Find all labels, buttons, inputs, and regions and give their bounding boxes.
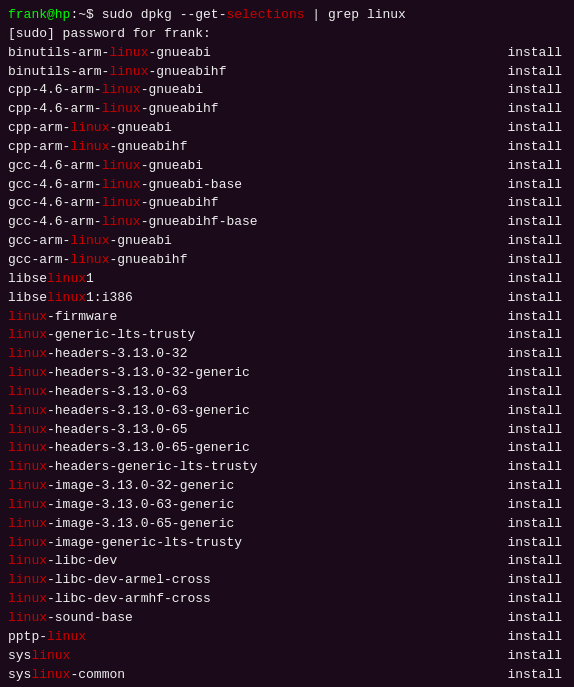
package-name: gcc-4.6-arm-linux-gnueabihf-base <box>8 213 258 232</box>
package-name: cpp-4.6-arm-linux-gnueabi <box>8 81 203 100</box>
package-name: linux-headers-3.13.0-65-generic <box>8 439 250 458</box>
install-status: install <box>507 496 566 515</box>
package-name: gcc-4.6-arm-linux-gnueabihf <box>8 194 219 213</box>
package-name: linux-headers-generic-lts-trusty <box>8 458 258 477</box>
install-status: install <box>507 100 566 119</box>
install-status: install <box>507 194 566 213</box>
table-row: linux-headers-3.13.0-32-genericinstall <box>8 364 566 383</box>
linux-highlight: linux <box>8 591 47 606</box>
install-status: install <box>507 326 566 345</box>
package-name: linux-libc-dev-armel-cross <box>8 571 211 590</box>
package-name: linux-firmware <box>8 308 117 327</box>
install-status: install <box>507 666 566 685</box>
prompt-line: frank@hp:~$ sudo dpkg --get-selections |… <box>8 6 566 25</box>
linux-highlight: linux <box>109 64 148 79</box>
table-row: cpp-4.6-arm-linux-gnueabihfinstall <box>8 100 566 119</box>
package-name: libselinux1:i386 <box>8 289 133 308</box>
package-name: libselinux1 <box>8 270 94 289</box>
linux-highlight: linux <box>47 629 86 644</box>
package-name: linux-headers-3.13.0-63-generic <box>8 402 250 421</box>
package-name: linux-generic-lts-trusty <box>8 326 195 345</box>
table-row: binutils-arm-linux-gnueabihfinstall <box>8 63 566 82</box>
install-status: install <box>507 458 566 477</box>
install-status: install <box>507 590 566 609</box>
linux-highlight: linux <box>8 610 47 625</box>
package-name: cpp-4.6-arm-linux-gnueabihf <box>8 100 219 119</box>
table-row: cpp-arm-linux-gnueabihfinstall <box>8 138 566 157</box>
package-name: syslinux <box>8 647 70 666</box>
linux-highlight: linux <box>8 365 47 380</box>
install-status: install <box>507 138 566 157</box>
table-row: cpp-4.6-arm-linux-gnueabiinstall <box>8 81 566 100</box>
table-row: gcc-arm-linux-gnueabihfinstall <box>8 251 566 270</box>
package-name: binutils-arm-linux-gnueabi <box>8 44 211 63</box>
package-name: binutils-arm-linux-gnueabihf <box>8 63 226 82</box>
package-name: linux-image-generic-lts-trusty <box>8 534 242 553</box>
linux-highlight: linux <box>8 497 47 512</box>
linux-highlight: linux <box>70 233 109 248</box>
table-row: linux-libc-dev-armel-crossinstall <box>8 571 566 590</box>
table-row: binutils-arm-linux-gnueabiinstall <box>8 44 566 63</box>
table-row: linux-generic-lts-trustyinstall <box>8 326 566 345</box>
linux-highlight: linux <box>8 422 47 437</box>
install-status: install <box>507 213 566 232</box>
package-name: linux-headers-3.13.0-63 <box>8 383 187 402</box>
install-status: install <box>507 157 566 176</box>
package-name: linux-sound-base <box>8 609 133 628</box>
install-status: install <box>507 44 566 63</box>
linux-highlight: linux <box>8 440 47 455</box>
prompt-user: frank@hp <box>8 6 70 25</box>
linux-highlight: linux <box>102 82 141 97</box>
table-row: linux-image-generic-lts-trustyinstall <box>8 534 566 553</box>
table-row: gcc-4.6-arm-linux-gnueabiinstall <box>8 157 566 176</box>
install-status: install <box>507 176 566 195</box>
table-row: syslinuxinstall <box>8 647 566 666</box>
install-status: install <box>507 534 566 553</box>
package-name: linux-headers-3.13.0-32 <box>8 345 187 364</box>
install-status: install <box>507 81 566 100</box>
linux-highlight: linux <box>102 101 141 116</box>
package-name: linux-libc-dev-armhf-cross <box>8 590 211 609</box>
table-row: gcc-4.6-arm-linux-gnueabihfinstall <box>8 194 566 213</box>
table-row: linux-libc-dev-armhf-crossinstall <box>8 590 566 609</box>
linux-highlight: linux <box>8 403 47 418</box>
install-status: install <box>507 477 566 496</box>
install-status: install <box>507 119 566 138</box>
linux-highlight: linux <box>70 120 109 135</box>
table-row: linux-headers-3.13.0-65-genericinstall <box>8 439 566 458</box>
install-status: install <box>507 552 566 571</box>
sudo-password-prompt: [sudo] password for frank: <box>8 25 211 44</box>
package-name: linux-headers-3.13.0-32-generic <box>8 364 250 383</box>
table-row: linux-image-3.13.0-65-genericinstall <box>8 515 566 534</box>
package-name: linux-libc-dev <box>8 552 117 571</box>
linux-highlight: linux <box>8 384 47 399</box>
install-status: install <box>507 251 566 270</box>
table-row: linux-sound-baseinstall <box>8 609 566 628</box>
sudo-line: [sudo] password for frank: <box>8 25 566 44</box>
linux-highlight: linux <box>109 45 148 60</box>
install-status: install <box>507 364 566 383</box>
package-name: linux-image-3.13.0-63-generic <box>8 496 234 515</box>
table-row: linux-headers-3.13.0-63-genericinstall <box>8 402 566 421</box>
linux-highlight: linux <box>8 327 47 342</box>
output-lines: binutils-arm-linux-gnueabiinstallbinutil… <box>8 44 566 687</box>
linux-highlight: linux <box>70 139 109 154</box>
install-status: install <box>507 402 566 421</box>
terminal-window: frank@hp:~$ sudo dpkg --get-selections |… <box>8 6 566 687</box>
table-row: libselinux1install <box>8 270 566 289</box>
install-status: install <box>507 647 566 666</box>
linux-highlight: linux <box>102 214 141 229</box>
install-status: install <box>507 63 566 82</box>
install-status: install <box>507 232 566 251</box>
install-status: install <box>507 571 566 590</box>
table-row: linux-image-3.13.0-32-genericinstall <box>8 477 566 496</box>
linux-highlight: linux <box>8 459 47 474</box>
table-row: linux-headers-3.13.0-65install <box>8 421 566 440</box>
command-text: sudo dpkg --get-selections | grep linux <box>102 6 406 25</box>
linux-highlight: linux <box>102 195 141 210</box>
install-status: install <box>507 308 566 327</box>
linux-highlight: linux <box>70 252 109 267</box>
table-row: gcc-4.6-arm-linux-gnueabihf-baseinstall <box>8 213 566 232</box>
package-name: gcc-4.6-arm-linux-gnueabi <box>8 157 203 176</box>
install-status: install <box>507 383 566 402</box>
